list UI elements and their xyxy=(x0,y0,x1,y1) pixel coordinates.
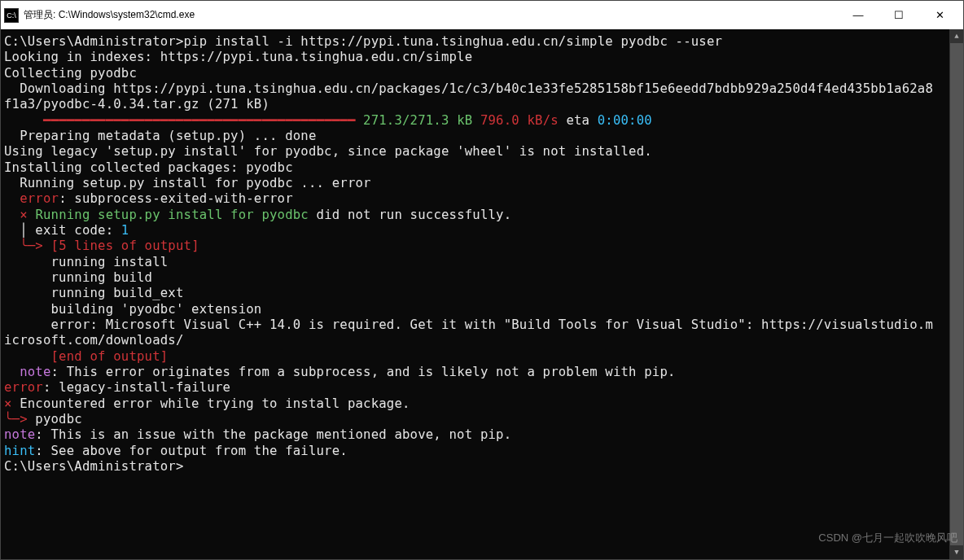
window-icon: C:\ xyxy=(4,8,19,23)
maximize-button[interactable]: ☐ xyxy=(879,1,919,29)
terminal-line: ╰─> [5 lines of output] xyxy=(4,238,946,254)
scrollbar[interactable]: ▲ ▼ xyxy=(949,29,963,559)
terminal-line: error: Microsoft Visual C++ 14.0 is requ… xyxy=(4,317,946,333)
terminal-line: running build xyxy=(4,270,946,286)
window-title: 管理员: C:\Windows\system32\cmd.exe xyxy=(24,8,838,22)
terminal-line: Installing collected packages: pyodbc xyxy=(4,160,946,176)
terminal-line: f1a3/pyodbc-4.0.34.tar.gz (271 kB) xyxy=(4,97,946,112)
terminal-line: │ exit code: 1 xyxy=(4,223,946,238)
terminal-line: × Encountered error while trying to inst… xyxy=(4,396,946,412)
terminal-line: C:\Users\Administrator>pip install -i ht… xyxy=(4,34,946,50)
scroll-thumb[interactable] xyxy=(950,43,963,545)
scroll-down-arrow[interactable]: ▼ xyxy=(950,545,963,559)
title-bar[interactable]: C:\ 管理员: C:\Windows\system32\cmd.exe — ☐… xyxy=(1,1,963,29)
terminal-line: C:\Users\Administrator> xyxy=(4,459,946,475)
terminal-line: Using legacy 'setup.py install' for pyod… xyxy=(4,144,946,160)
terminal-line: [end of output] xyxy=(4,349,946,365)
terminal-area: C:\Users\Administrator>pip install -i ht… xyxy=(1,29,963,559)
terminal-line: running install xyxy=(4,255,946,270)
terminal-line: Preparing metadata (setup.py) ... done xyxy=(4,129,946,144)
terminal-line: Looking in indexes: https://pypi.tuna.ts… xyxy=(4,50,946,65)
minimize-button[interactable]: — xyxy=(838,1,879,29)
scroll-up-arrow[interactable]: ▲ xyxy=(950,29,963,43)
terminal-line: error: legacy-install-failure xyxy=(4,380,946,396)
terminal-line: Collecting pyodbc xyxy=(4,66,946,81)
terminal-line: building 'pyodbc' extension xyxy=(4,302,946,317)
close-button[interactable]: ✕ xyxy=(919,1,960,29)
terminal-line: ━━━━━━━━━━━━━━━━━━━━━━━━━━━━━━━━━━━━━━━━… xyxy=(4,113,946,129)
terminal-line: note: This error originates from a subpr… xyxy=(4,365,946,380)
window-controls: — ☐ ✕ xyxy=(838,1,960,29)
terminal-line: error: subprocess-exited-with-error xyxy=(4,191,946,207)
terminal-line: Running setup.py install for pyodbc ... … xyxy=(4,176,946,191)
terminal-line: running build_ext xyxy=(4,286,946,301)
terminal-line: note: This is an issue with the package … xyxy=(4,427,946,443)
terminal-output[interactable]: C:\Users\Administrator>pip install -i ht… xyxy=(1,29,949,559)
terminal-line: ╰─> pyodbc xyxy=(4,412,946,427)
terminal-line: Downloading https://pypi.tuna.tsinghua.e… xyxy=(4,81,946,97)
terminal-line: icrosoft.com/downloads/ xyxy=(4,333,946,348)
cmd-window: C:\ 管理员: C:\Windows\system32\cmd.exe — ☐… xyxy=(0,0,964,560)
terminal-line: × Running setup.py install for pyodbc di… xyxy=(4,208,946,223)
terminal-line: hint: See above for output from the fail… xyxy=(4,444,946,459)
